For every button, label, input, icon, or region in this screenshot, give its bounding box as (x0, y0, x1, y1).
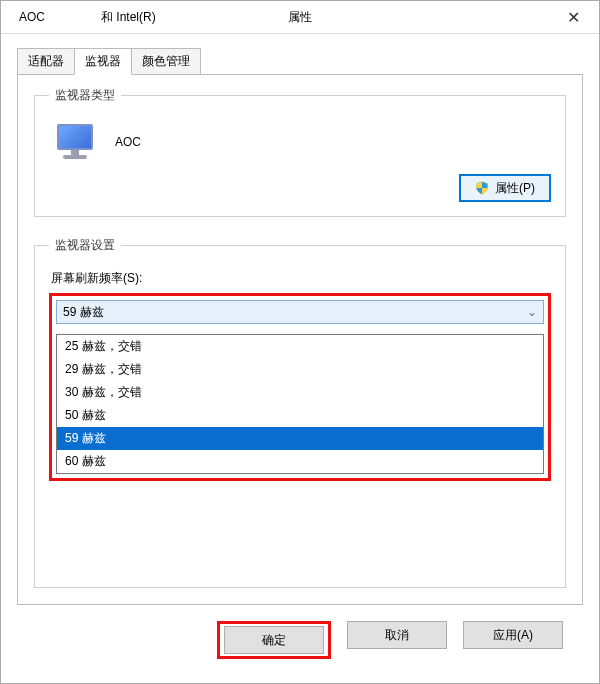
content-area: 适配器 监视器 颜色管理 监视器类型 AOC (1, 33, 599, 683)
properties-window: AOC 和 Intel(R) 属性 ✕ 适配器 监视器 颜色管理 监视器类型 A… (0, 0, 600, 684)
title-center: 属性 (288, 9, 312, 26)
refresh-option[interactable]: 29 赫兹，交错 (57, 358, 543, 381)
cancel-button[interactable]: 取消 (347, 621, 447, 649)
refresh-rate-select[interactable]: 59 赫兹 ⌄ (56, 300, 544, 324)
ok-button[interactable]: 确定 (224, 626, 324, 654)
refresh-option[interactable]: 30 赫兹，交错 (57, 381, 543, 404)
tab-color[interactable]: 颜色管理 (131, 48, 201, 75)
refresh-rate-label: 屏幕刷新频率(S): (51, 270, 551, 287)
title-mid: 和 Intel(R) (101, 9, 156, 26)
dialog-footer: 确定 取消 应用(A) (17, 605, 583, 675)
uac-shield-icon (475, 181, 489, 195)
refresh-option[interactable]: 50 赫兹 (57, 404, 543, 427)
tab-strip: 适配器 监视器 颜色管理 (17, 48, 583, 75)
monitor-type-row: AOC (49, 116, 551, 164)
tab-page-monitor: 监视器类型 AOC (17, 74, 583, 605)
close-button[interactable]: ✕ (553, 3, 593, 31)
chevron-down-icon: ⌄ (527, 305, 537, 319)
properties-button[interactable]: 属性(P) (459, 174, 551, 202)
apply-button[interactable]: 应用(A) (463, 621, 563, 649)
refresh-option[interactable]: 60 赫兹 (57, 450, 543, 473)
refresh-rate-listbox[interactable]: 25 赫兹，交错 29 赫兹，交错 30 赫兹，交错 50 赫兹 59 赫兹 6… (56, 334, 544, 474)
group-monitor-type: 监视器类型 AOC (34, 87, 566, 217)
tab-adapter[interactable]: 适配器 (17, 48, 75, 75)
group-monitor-settings-label: 监视器设置 (49, 237, 121, 254)
monitor-icon (53, 120, 99, 164)
tab-monitor[interactable]: 监视器 (74, 48, 132, 75)
refresh-option-selected[interactable]: 59 赫兹 (57, 427, 543, 450)
refresh-rate-selected: 59 赫兹 (63, 304, 104, 321)
group-monitor-type-label: 监视器类型 (49, 87, 121, 104)
group-monitor-settings: 监视器设置 屏幕刷新频率(S): 59 赫兹 ⌄ 25 赫兹，交错 29 赫兹，… (34, 237, 566, 588)
title-left: AOC (19, 10, 45, 24)
monitor-name: AOC (115, 135, 141, 149)
highlight-ok-button: 确定 (217, 621, 331, 659)
properties-button-label: 属性(P) (495, 180, 535, 197)
properties-button-row: 属性(P) (49, 174, 551, 202)
titlebar: AOC 和 Intel(R) 属性 ✕ (1, 1, 599, 33)
refresh-option[interactable]: 25 赫兹，交错 (57, 335, 543, 358)
highlight-refresh-area: 59 赫兹 ⌄ 25 赫兹，交错 29 赫兹，交错 30 赫兹，交错 50 赫兹… (49, 293, 551, 481)
